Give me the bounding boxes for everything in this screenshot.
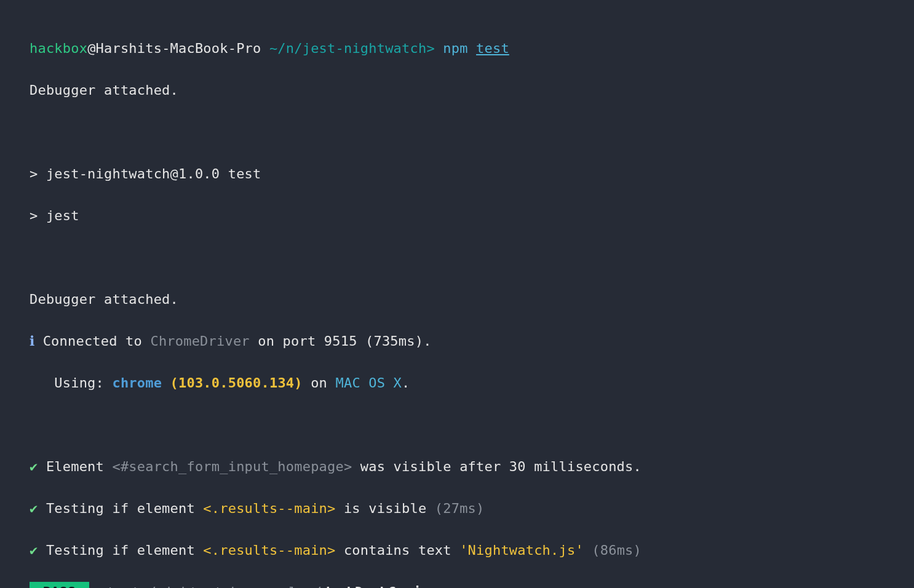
output-line: > jest-nightwatch@1.0.0 test	[30, 164, 884, 185]
check-icon: ✔	[30, 501, 46, 516]
prompt-user: hackbox	[30, 41, 87, 56]
assert-line: ✔ Testing if element <.results--main> is…	[30, 498, 884, 519]
connection-line: ℹ Connected to ChromeDriver on port 9515…	[30, 331, 884, 352]
check-icon: ✔	[30, 459, 46, 474]
pass-line: PASS tests/nightwatch-examples/duckDuckG…	[30, 582, 884, 588]
prompt-line: hackbox@Harshits-MacBook-Pro ~/n/jest-ni…	[30, 38, 884, 59]
terminal[interactable]: hackbox@Harshits-MacBook-Pro ~/n/jest-ni…	[0, 0, 914, 588]
output-line: > jest	[30, 205, 884, 226]
info-icon: ℹ	[30, 333, 43, 349]
using-line: Using: chrome (103.0.5060.134) on MAC OS…	[30, 373, 884, 394]
assert-line: ✔ Testing if element <.results--main> co…	[30, 540, 884, 561]
cmd-npm: npm	[443, 41, 476, 56]
assert-line: ✔ Element <#search_form_input_homepage> …	[30, 456, 884, 477]
output-line: Debugger attached.	[30, 80, 884, 101]
pass-badge: PASS	[30, 582, 89, 588]
cmd-test: test	[476, 41, 509, 56]
output-line: Debugger attached.	[30, 289, 884, 310]
check-icon: ✔	[30, 542, 46, 558]
